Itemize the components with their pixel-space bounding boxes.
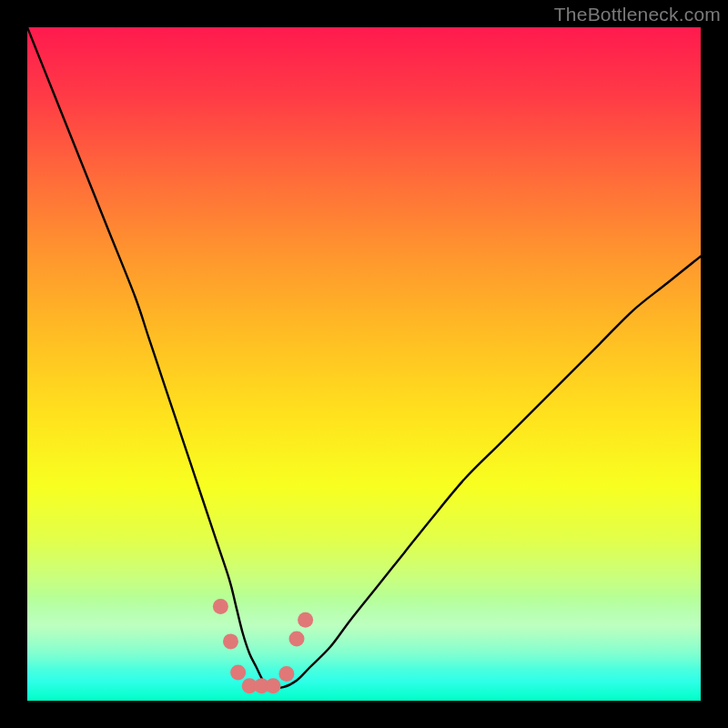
highlight-dot xyxy=(298,612,313,628)
highlight-dot xyxy=(230,664,246,680)
chart-stage: TheBottleneck.com xyxy=(0,0,728,728)
bottleneck-curve xyxy=(27,27,701,688)
highlight-dot xyxy=(266,678,281,693)
watermark-text: TheBottleneck.com xyxy=(554,4,721,25)
highlight-dot xyxy=(223,633,238,649)
plot-svg xyxy=(27,27,701,701)
highlight-dot xyxy=(278,666,294,682)
highlight-dot xyxy=(213,599,228,614)
plot-frame xyxy=(27,27,701,701)
highlight-dot xyxy=(289,631,305,646)
